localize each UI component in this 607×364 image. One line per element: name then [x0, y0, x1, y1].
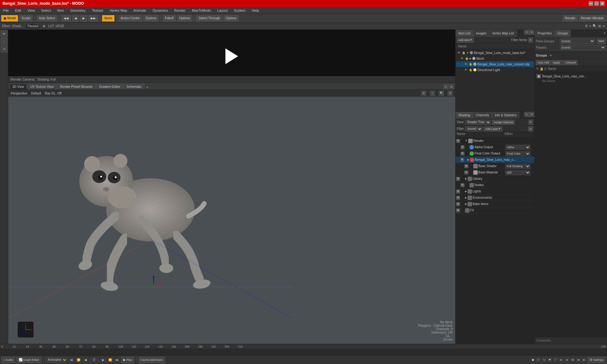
falloff-btn[interactable]: Falloff: [163, 15, 176, 21]
vis-environments[interactable]: 👁: [456, 196, 460, 200]
tl-icon10[interactable]: ⊚: [582, 357, 586, 362]
tl-record-btn[interactable]: ⏺: [530, 357, 535, 362]
tree-item-light[interactable]: 👁 🔒 Directional Light: [456, 67, 534, 73]
settings-btn[interactable]: ⚙ Settings: [587, 357, 606, 363]
tool-eye[interactable]: 👁: [1, 30, 8, 37]
arrow-lights[interactable]: ▶: [465, 190, 467, 193]
tab-vertex-map[interactable]: Vertex Map List: [489, 30, 517, 37]
tab-item-list[interactable]: Item List: [456, 30, 473, 37]
shader-row-base-shader[interactable]: 👁 Base Shader Full Shading: [456, 163, 534, 169]
shading-f-btn[interactable]: F: [528, 120, 533, 125]
effect-select-final-color[interactable]: Final Color: [505, 151, 530, 156]
shading-s-btn[interactable]: S: [528, 126, 533, 131]
add-layer-btn[interactable]: Add Layer ▼: [484, 126, 502, 131]
discard-btn[interactable]: ✕ Discard: [562, 60, 578, 65]
tab-images[interactable]: Images: [473, 30, 489, 37]
frame-input[interactable]: [89, 357, 99, 362]
tool-move[interactable]: ↕: [1, 38, 8, 45]
shader-row-environments[interactable]: 👁 ▶ Environments: [456, 195, 534, 201]
tl-next-frame-btn[interactable]: ▶: [100, 357, 106, 362]
tl-icon8[interactable]: ≫: [570, 357, 575, 362]
menu-geometry[interactable]: Geometry: [69, 8, 87, 13]
vis-library[interactable]: 👁: [456, 177, 460, 181]
vp-settings-btn[interactable]: ⚙: [449, 84, 454, 89]
viewport-3d[interactable]: Perspective Default Ray GL: Off ⚙ ⌖ 🔍 ⚙: [8, 90, 455, 344]
tree-item-obj[interactable]: 👁 🔒 Bengal_Slow_Loris_max_convert.obj: [456, 61, 534, 67]
mode-model-btn[interactable]: ▣ Model: [1, 15, 18, 21]
select-options-btn[interactable]: Options: [143, 15, 158, 21]
vp-gear-btn[interactable]: ⚙: [448, 91, 453, 96]
transform-gizmo[interactable]: [144, 274, 163, 293]
filter-select[interactable]: (none): [465, 126, 482, 131]
window-controls[interactable]: — □ ✕: [589, 1, 604, 6]
maximize-btn[interactable]: □: [594, 1, 599, 6]
tl-icon5[interactable]: ⚐: [553, 357, 558, 362]
vp-fit-btn[interactable]: 🔍: [439, 91, 444, 96]
expand-root[interactable]: ▼: [466, 52, 469, 54]
filter-f-btn[interactable]: F: [528, 38, 533, 43]
minimize-btn[interactable]: —: [589, 1, 593, 6]
menu-view[interactable]: View: [26, 8, 36, 13]
menu-vertex-map[interactable]: Vertex Map: [108, 8, 129, 13]
assign-material-btn[interactable]: Assign Material: [492, 120, 515, 125]
shader-row-render[interactable]: 👁 ▼ Render: [456, 138, 534, 144]
menu-system[interactable]: System: [233, 8, 247, 13]
menu-maxtomodo[interactable]: MaxToModo: [191, 8, 212, 13]
vis-nodes[interactable]: 👁: [461, 183, 464, 187]
menu-file[interactable]: File: [2, 8, 10, 13]
shader-row-fx[interactable]: 👁 FX: [456, 207, 534, 214]
group-item-bengal[interactable]: ▣ Bengal_Slow_Loris_max_con...: [536, 73, 606, 79]
arrow-library[interactable]: ▶: [465, 177, 467, 180]
pass-groups-select[interactable]: (none): [560, 39, 595, 44]
effect-select-base-material[interactable]: (all): [505, 170, 530, 175]
vis-base-shader[interactable]: 👁: [464, 164, 468, 168]
shading-expand-btn[interactable]: ⊡: [524, 112, 529, 117]
panel-expand-btn[interactable]: ⊡: [524, 30, 529, 35]
effect-select-alpha[interactable]: Alpha: [505, 145, 530, 150]
graph-editor-btn[interactable]: 📈 Graph Editor: [16, 357, 41, 363]
view-select[interactable]: Shader Tree: [465, 120, 491, 125]
tl-icon6[interactable]: ⊳: [559, 357, 563, 362]
nav-prev-btn[interactable]: ◀: [72, 15, 79, 21]
vp-pan-btn[interactable]: ⌖: [430, 91, 435, 96]
tl-next-btn[interactable]: ⏩: [107, 357, 113, 362]
shading-settings-btn[interactable]: ⚙: [529, 112, 534, 117]
shader-row-library[interactable]: 👁 ▶ Library: [456, 176, 534, 182]
select-through-btn[interactable]: Select Through: [196, 15, 222, 21]
shader-row-nodes[interactable]: 👁 Nodes: [456, 182, 534, 188]
tl-icon2[interactable]: ↩: [536, 357, 541, 362]
tree-item-root[interactable]: 👁 🔒 ▼ Bengal_Slow_Loris_modo_base.lxo*: [456, 50, 534, 56]
tab-add-btn[interactable]: +: [146, 85, 149, 89]
vis-final-color[interactable]: 👁: [461, 152, 464, 155]
tl-icon9[interactable]: ≪: [576, 357, 580, 362]
tab-render-preset[interactable]: Render Preset Browser: [57, 84, 96, 89]
render-btn[interactable]: Render: [563, 15, 578, 21]
shader-row-lights[interactable]: 👁 ▶ Lights: [456, 188, 534, 195]
shader-row-bake-items[interactable]: 👁 ▶ Bake Items: [456, 201, 534, 207]
menu-select[interactable]: Select: [40, 8, 52, 13]
play-icon[interactable]: [225, 48, 241, 64]
tl-rewind-btn[interactable]: ⏮: [69, 357, 74, 362]
menu-render[interactable]: Render: [173, 8, 187, 13]
tab-info-stats[interactable]: Info & Statistics: [492, 112, 519, 118]
vis-base-material[interactable]: 👁: [464, 171, 468, 174]
expand-mesh[interactable]: ▶: [469, 57, 471, 60]
menu-edit[interactable]: Edit: [14, 8, 22, 13]
vis-bake-items[interactable]: 👁: [456, 202, 460, 206]
play-btn[interactable]: ▶ Play: [121, 357, 134, 363]
tab-channels[interactable]: Channels: [473, 112, 492, 118]
audio-btn[interactable]: ♪ Audio: [1, 357, 15, 363]
tl-prev-btn[interactable]: ⏪: [76, 357, 81, 362]
nav-back-btn[interactable]: ◀◀: [61, 15, 71, 21]
menu-texture[interactable]: Texture: [91, 8, 105, 13]
tl-icon7[interactable]: ⊲: [565, 357, 569, 362]
tab-properties[interactable]: Properties: [535, 30, 555, 37]
tab-3d-view[interactable]: 3D View: [9, 84, 27, 89]
arrow-environments[interactable]: ▶: [465, 196, 467, 199]
passes-select[interactable]: (none): [560, 45, 606, 50]
items-btn[interactable]: Items: [102, 15, 114, 21]
apply-btn[interactable]: Apply: [551, 60, 562, 65]
tl-prev-frame-btn[interactable]: ◀: [83, 357, 88, 362]
sel-options-btn[interactable]: Options: [224, 15, 239, 21]
tl-forward-btn[interactable]: ⏭: [114, 357, 120, 362]
